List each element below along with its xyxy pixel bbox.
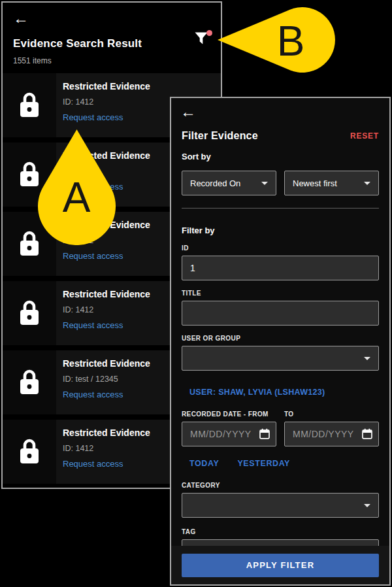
- filter-button[interactable]: [195, 32, 209, 48]
- selected-user-link[interactable]: USER: SHAW, LYVIA (LSHAW123): [189, 388, 325, 397]
- apply-filter-button[interactable]: APPLY FILTER: [182, 554, 379, 577]
- footer-bar: APPLY FILTER: [171, 546, 389, 584]
- lock-icon: [3, 281, 56, 345]
- chevron-down-icon: [364, 357, 370, 360]
- filter-active-badge: [206, 30, 212, 36]
- calendar-icon[interactable]: [259, 428, 270, 443]
- page-title: Evidence Search Result: [13, 37, 210, 50]
- lock-icon: [3, 350, 56, 414]
- sort-order-dropdown[interactable]: Newest first: [284, 171, 379, 195]
- search-header: ← Evidence Search Result 1551 items: [3, 3, 221, 73]
- filter-evidence-panel: ← Filter Evidence RESET Sort by Recorded…: [170, 97, 391, 586]
- section-divider: [182, 208, 379, 209]
- sort-field-dropdown[interactable]: Recorded On: [182, 171, 276, 195]
- lock-icon: [3, 420, 56, 484]
- recorded-date-to-label: TO: [284, 411, 379, 418]
- items-count: 1551 items: [13, 56, 210, 65]
- filter-by-heading: Filter by: [182, 226, 379, 235]
- recorded-date-from-label: RECORDED DATE - FROM: [182, 411, 276, 418]
- category-label: CATEGORY: [182, 482, 379, 489]
- panel-title: Filter Evidence: [182, 130, 258, 142]
- evidence-title: Restricted Evidence: [63, 81, 213, 92]
- sort-order-value: Newest first: [293, 178, 337, 188]
- category-dropdown[interactable]: [182, 493, 379, 518]
- back-arrow-icon[interactable]: ←: [13, 10, 29, 26]
- annotation-marker-b: B: [218, 7, 335, 73]
- chevron-down-icon: [261, 182, 268, 185]
- tag-label: TAG: [182, 528, 379, 535]
- chevron-down-icon: [364, 504, 370, 507]
- calendar-icon[interactable]: [361, 428, 373, 443]
- funnel-icon: [195, 37, 208, 48]
- user-or-group-dropdown[interactable]: [182, 346, 379, 371]
- id-label: ID: [182, 244, 379, 252]
- sort-by-heading: Sort by: [182, 152, 379, 161]
- marker-a-label: A: [63, 173, 91, 222]
- sort-field-value: Recorded On: [190, 178, 240, 188]
- marker-b-label: B: [277, 17, 305, 65]
- annotation-marker-a: A: [38, 129, 116, 245]
- title-field[interactable]: [182, 301, 379, 326]
- yesterday-link[interactable]: YESTERDAY: [237, 459, 290, 468]
- chevron-down-icon: [364, 182, 370, 185]
- lock-icon: [3, 73, 56, 137]
- reset-button[interactable]: RESET: [350, 131, 379, 141]
- id-field[interactable]: [182, 256, 379, 280]
- title-label: TITLE: [182, 290, 379, 297]
- today-link[interactable]: TODAY: [189, 459, 219, 468]
- back-arrow-icon[interactable]: ←: [180, 104, 196, 120]
- user-or-group-label: USER OR GROUP: [182, 335, 379, 342]
